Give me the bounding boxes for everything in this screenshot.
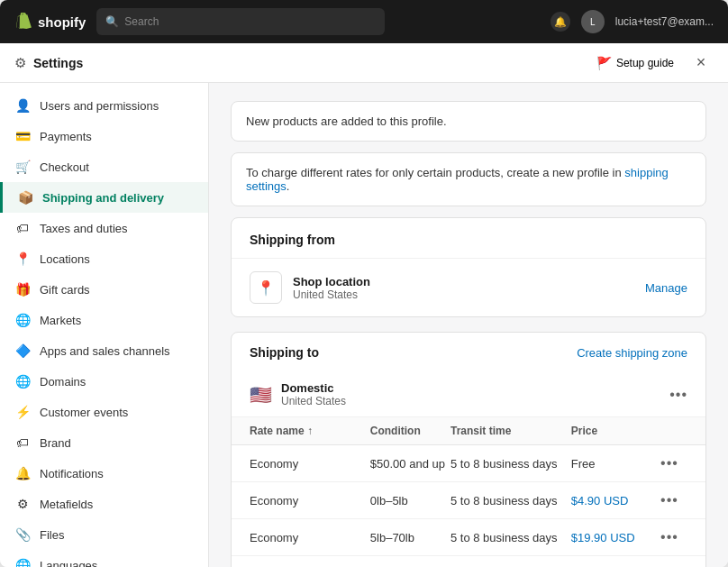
rate-name-2: Economy	[250, 531, 370, 544]
sidebar-label-markets: Markets	[40, 314, 81, 327]
topbar-right: 🔔 L lucia+test7@exam...	[551, 10, 714, 33]
sidebar-label-metafields: Metafields	[40, 498, 93, 511]
topbar: shopify 🔍 Search 🔔 L lucia+test7@exam...	[0, 0, 728, 43]
zone-more-menu[interactable]: •••	[669, 387, 687, 403]
rate-more-menu-0[interactable]: •••	[651, 455, 687, 471]
rate-more-menu-2[interactable]: •••	[651, 529, 687, 545]
search-bar[interactable]: 🔍 Search	[96, 8, 385, 35]
sidebar-item-brand[interactable]: 🏷 Brand	[0, 427, 208, 458]
languages-icon: 🌐	[14, 557, 31, 567]
setup-guide-label: Setup guide	[616, 57, 674, 69]
setup-guide-button[interactable]: 🚩 Setup guide	[589, 52, 681, 74]
settings-title: Settings	[33, 56, 582, 70]
sidebar-item-notifications[interactable]: 🔔 Notifications	[0, 458, 208, 489]
sidebar-item-checkout[interactable]: 🛒 Checkout	[0, 151, 208, 182]
shop-location-name: Shop location	[293, 275, 634, 288]
sidebar-label-domains: Domains	[40, 375, 86, 389]
taxes-icon: 🏷	[14, 220, 31, 236]
sidebar-item-customer[interactable]: ⚡ Customer events	[0, 397, 208, 427]
col-actions	[651, 425, 687, 437]
sidebar-label-shipping: Shipping and delivery	[42, 191, 164, 205]
sidebar-label-files: Files	[40, 528, 64, 542]
search-placeholder: Search	[124, 15, 159, 28]
notification-bell[interactable]: 🔔	[551, 12, 570, 32]
location-icon: 📍	[250, 271, 282, 304]
shipping-to-header: Shipping to Create shipping zone	[232, 333, 705, 372]
info-box-products: New products are added to this profile.	[231, 101, 706, 142]
sidebar-label-notifications: Notifications	[40, 467, 104, 480]
us-flag-icon: 🇺🇸	[250, 384, 272, 406]
rate-transit-1: 5 to 8 business days	[450, 494, 571, 508]
sidebar-label-checkout: Checkout	[40, 160, 89, 174]
settings-bar: ⚙ Settings 🚩 Setup guide ×	[0, 43, 728, 83]
locations-icon: 📍	[14, 251, 31, 267]
col-condition: Condition	[370, 425, 450, 437]
sidebar-item-apps[interactable]: 🔷 Apps and sales channels	[0, 335, 208, 366]
user-email: lucia+test7@exam...	[615, 15, 714, 28]
rate-price-0: Free	[571, 457, 651, 471]
sidebar-item-locations[interactable]: 📍 Locations	[0, 243, 208, 274]
shipping-from-header: Shipping from	[232, 218, 705, 259]
sidebar-label-payments: Payments	[40, 130, 92, 143]
close-button[interactable]: ×	[688, 50, 714, 76]
sidebar-item-payments[interactable]: 💳 Payments	[0, 121, 208, 151]
sidebar-label-users: Users and permissions	[40, 99, 159, 113]
rate-row-3: Standard 0lb–1lb 3 to 4 business days $6…	[232, 556, 705, 567]
rate-more-menu-1[interactable]: •••	[651, 492, 687, 508]
user-avatar[interactable]: L	[581, 10, 605, 33]
apps-icon: 🔷	[14, 343, 31, 359]
charge-info-text: To charge different rates for only certa…	[246, 166, 624, 179]
location-info: Shop location United States	[293, 275, 634, 301]
sidebar-label-brand: Brand	[40, 436, 71, 450]
info-text: New products are added to this profile.	[246, 114, 447, 128]
markets-icon: 🌐	[14, 312, 31, 328]
sidebar-item-taxes[interactable]: 🏷 Taxes and duties	[0, 213, 208, 243]
search-icon: 🔍	[105, 15, 119, 28]
sidebar-label-languages: Languages	[40, 559, 97, 568]
rate-row-1: Economy 0lb–5lb 5 to 8 business days $4.…	[232, 482, 705, 519]
sidebar-item-giftcards[interactable]: 🎁 Gift cards	[0, 274, 208, 305]
shop-location-country: United States	[293, 288, 634, 301]
app-window: shopify 🔍 Search 🔔 L lucia+test7@exam...…	[0, 0, 728, 567]
rates-rows: Economy $50.00 and up 5 to 8 business da…	[232, 445, 705, 567]
sidebar-item-domains[interactable]: 🌐 Domains	[0, 366, 208, 397]
domains-icon: 🌐	[14, 373, 31, 389]
col-transit: Transit time	[450, 425, 571, 437]
shipping-from-body: 📍 Shop location United States Manage	[232, 259, 705, 316]
rate-row-0: Economy $50.00 and up 5 to 8 business da…	[232, 445, 705, 482]
sidebar-label-apps: Apps and sales channels	[40, 344, 170, 358]
content-area: New products are added to this profile. …	[209, 83, 728, 567]
shopify-logo: shopify	[14, 13, 86, 31]
rates-table: Rate name ↑ Condition Transit time Price…	[232, 417, 705, 567]
shipping-to-section: Shipping to Create shipping zone 🇺🇸 Dome…	[231, 332, 706, 567]
rate-name-1: Economy	[250, 494, 370, 508]
shipping-from-section: Shipping from 📍 Shop location United Sta…	[231, 217, 706, 317]
rates-header-row: Rate name ↑ Condition Transit time Price	[232, 417, 705, 445]
zone-country: United States	[281, 395, 346, 407]
notifications-icon: 🔔	[14, 465, 31, 481]
payments-icon: 💳	[14, 128, 31, 144]
sidebar-item-shipping[interactable]: 📦 Shipping and delivery	[0, 182, 208, 213]
info-box-charge: To charge different rates for only certa…	[231, 152, 706, 206]
sidebar-item-users[interactable]: 👤 Users and permissions	[0, 90, 208, 121]
giftcards-icon: 🎁	[14, 281, 31, 297]
flag-icon: 🚩	[596, 56, 612, 70]
brand-icon: 🏷	[14, 434, 31, 451]
sidebar-label-locations: Locations	[40, 252, 90, 266]
sidebar-item-languages[interactable]: 🌐 Languages	[0, 550, 208, 567]
manage-link[interactable]: Manage	[645, 281, 687, 295]
create-zone-link[interactable]: Create shipping zone	[577, 346, 687, 360]
sidebar-label-taxes: Taxes and duties	[40, 222, 128, 235]
main-layout: 👤 Users and permissions 💳 Payments 🛒 Che…	[0, 83, 728, 567]
sidebar-label-customer: Customer events	[40, 406, 128, 419]
rate-name-0: Economy	[250, 457, 370, 471]
sidebar-item-metafields[interactable]: ⚙ Metafields	[0, 489, 208, 519]
sidebar-item-markets[interactable]: 🌐 Markets	[0, 305, 208, 335]
rate-row-2: Economy 5lb–70lb 5 to 8 business days $1…	[232, 519, 705, 556]
rate-transit-0: 5 to 8 business days	[450, 457, 571, 471]
sidebar-item-files[interactable]: 📎 Files	[0, 519, 208, 550]
customer-icon: ⚡	[14, 404, 31, 420]
checkout-icon: 🛒	[14, 159, 31, 175]
rate-price-1: $4.90 USD	[571, 494, 651, 508]
files-icon: 📎	[14, 526, 31, 543]
